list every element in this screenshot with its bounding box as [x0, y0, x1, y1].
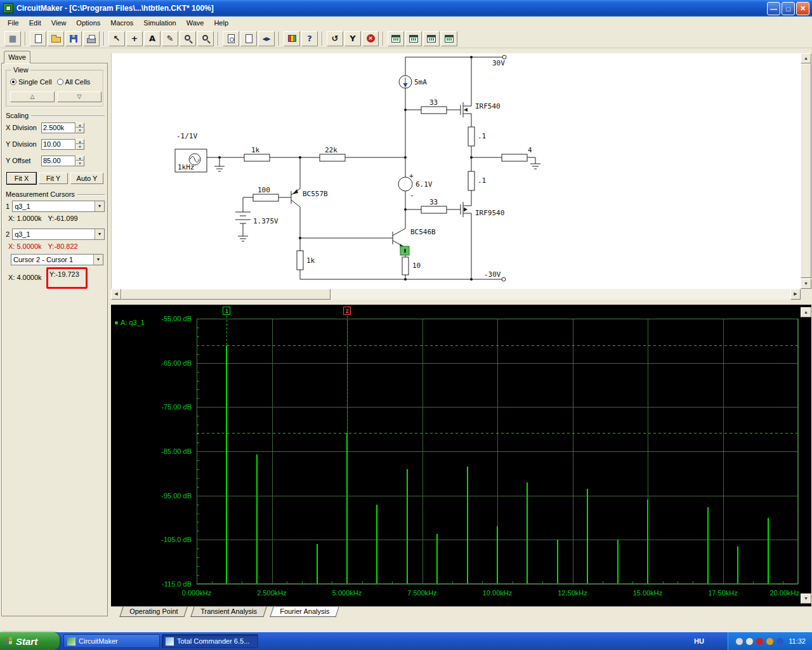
analysis-window-3-button[interactable]	[423, 31, 440, 46]
open-file-button[interactable]	[48, 31, 64, 46]
plot-vscrollbar[interactable]: ▲ ▼	[801, 305, 811, 606]
component-current-source-5ma[interactable]: 5mA	[399, 76, 427, 88]
split-view-button[interactable]: ◂▸	[258, 31, 275, 46]
component-mosfet-irf540[interactable]: IRF540	[461, 102, 501, 117]
spin-down-icon[interactable]: ▼	[75, 144, 84, 150]
cursor-2-marker[interactable]: 2	[343, 307, 351, 315]
chevron-down-icon[interactable]: ▼	[95, 229, 104, 239]
component-resistor-gate-top-33[interactable]: 33	[421, 98, 447, 114]
scroll-up-icon[interactable]: ▲	[801, 307, 811, 317]
menu-view[interactable]: View	[46, 18, 72, 28]
chevron-down-icon[interactable]: ▼	[95, 201, 104, 211]
minimize-button[interactable]: —	[767, 2, 780, 15]
component-resistor-source-bottom[interactable]: .1	[468, 171, 486, 190]
scroll-up-icon[interactable]: ▲	[801, 53, 811, 63]
language-indicator[interactable]: HU	[694, 632, 704, 650]
menu-help[interactable]: Help	[209, 18, 233, 28]
schematic-canvas[interactable]: -1/1V 1kHz 1k 22k 100 1.375V BC557B 1k 5…	[112, 53, 801, 289]
component-voltage-source-6v1[interactable]: + - 6.1V	[398, 172, 433, 199]
component-resistor-collector-1k[interactable]: 1k	[297, 251, 315, 270]
y-division-input[interactable]	[41, 139, 75, 150]
chevron-down-icon[interactable]: ▼	[93, 255, 103, 265]
y-offset-input[interactable]	[41, 156, 75, 166]
tray-messenger-icon[interactable]	[776, 638, 783, 645]
save-file-button[interactable]	[65, 31, 82, 46]
task-total-commander-6-5-[interactable]: Total Commander 6.5...	[162, 634, 258, 648]
menu-options[interactable]: Options	[71, 18, 105, 28]
schematic-pane[interactable]: -1/1V 1kHz 1k 22k 100 1.375V BC557B 1k 5…	[111, 53, 801, 289]
tab-operating-point[interactable]: Operating Point	[119, 607, 188, 617]
tray-antivirus-icon[interactable]	[756, 638, 763, 645]
component-transistor-bc557b[interactable]: BC557B	[291, 189, 328, 207]
select-tool-button[interactable]: ↖	[108, 31, 125, 46]
schematic-vscrollbar[interactable]: ▲ ▼	[801, 53, 811, 289]
scroll-left-icon[interactable]: ◀	[111, 289, 121, 300]
tab-fourier-analysis[interactable]: Fourier Analysis	[270, 607, 339, 617]
spin-up-icon[interactable]: ▲	[75, 123, 84, 128]
menu-macros[interactable]: Macros	[105, 18, 138, 28]
print-button[interactable]	[83, 31, 100, 46]
fit-y-button[interactable]: Fit Y	[39, 173, 68, 184]
tray-volume-icon[interactable]	[746, 638, 753, 645]
place-part-tool-button[interactable]: +	[126, 31, 143, 46]
component-resistor-100[interactable]: 100	[253, 186, 278, 201]
menu-file[interactable]: File	[3, 18, 24, 28]
menu-edit[interactable]: Edit	[24, 18, 46, 28]
spin-down-icon[interactable]: ▼	[75, 128, 84, 133]
run-analyses-button[interactable]	[284, 31, 300, 46]
menu-wave[interactable]: Wave	[181, 18, 209, 28]
cursor-1-marker[interactable]: 1	[223, 307, 230, 315]
component-resistor-22k[interactable]: 22k	[320, 146, 345, 161]
analysis-window-2-button[interactable]	[405, 31, 422, 46]
all-cells-radio[interactable]	[57, 79, 63, 85]
single-cell-radio[interactable]	[10, 79, 16, 85]
component-resistor-load-4[interactable]: 4	[502, 146, 532, 161]
cursor-2-signal-select[interactable]: q3_1▼	[12, 229, 105, 240]
text-tool-button[interactable]: A	[144, 31, 160, 46]
restore-button[interactable]: □	[782, 2, 795, 15]
auto-y-button[interactable]: Auto Y	[70, 173, 103, 184]
close-button[interactable]: ✕	[796, 2, 809, 15]
scroll-down-icon[interactable]: ▼	[801, 279, 811, 289]
fit-x-button[interactable]: Fit X	[7, 173, 36, 184]
probe-tool-button[interactable]: Y	[344, 31, 361, 46]
tray-network-icon[interactable]	[736, 638, 743, 645]
schematic-hscrollbar[interactable]: ◀ ▶	[111, 289, 801, 300]
x-division-input[interactable]	[41, 123, 75, 133]
cursor-diff-select[interactable]: Cursor 2 - Cursor 1 ▼	[11, 254, 103, 265]
cell-up-button[interactable]: △	[10, 91, 55, 102]
scroll-thumb[interactable]	[801, 63, 811, 278]
reset-simulation-button[interactable]: ↺	[327, 31, 343, 46]
spin-down-icon[interactable]: ▼	[75, 161, 84, 166]
component-transistor-bc546b[interactable]: BC546B	[393, 228, 436, 248]
fourier-plot[interactable]: A: q3_1 -55.00 dB-65.00 dB-75.00 dB-85.0…	[111, 305, 801, 606]
selection-highlight[interactable]	[400, 246, 409, 255]
zoom-in-tool-button[interactable]	[180, 31, 196, 46]
sheet-view-button[interactable]	[240, 31, 257, 46]
component-resistor-emitter-10[interactable]: 10	[402, 257, 421, 275]
zoom-out-tool-button[interactable]	[197, 31, 214, 46]
start-button[interactable]: Start	[0, 632, 60, 650]
stop-simulation-button[interactable]	[362, 31, 379, 46]
component-mosfet-irf9540[interactable]: IRF9540	[461, 202, 504, 217]
spin-up-icon[interactable]: ▲	[75, 139, 84, 145]
new-file-button[interactable]	[30, 31, 46, 46]
tab-transient-analysis[interactable]: Transient Analysis	[191, 607, 267, 617]
cursor-1-signal-select[interactable]: q3_1▼	[12, 201, 105, 212]
component-resistor-input-1k[interactable]: 1k	[244, 146, 270, 161]
tray-scheduler-icon[interactable]	[766, 638, 773, 645]
analysis-window-4-button[interactable]	[441, 31, 457, 46]
cell-down-button[interactable]: ▽	[57, 91, 102, 102]
spin-up-icon[interactable]: ▲	[75, 156, 84, 161]
component-resistor-source-top[interactable]: .1	[468, 127, 486, 146]
scroll-right-icon[interactable]: ▶	[790, 289, 801, 300]
help-button[interactable]: ?	[301, 31, 318, 46]
scroll-thumb[interactable]	[121, 289, 331, 300]
draw-tool-button[interactable]: ✎	[162, 31, 178, 46]
component-signal-source[interactable]: -1/1V 1kHz	[175, 132, 207, 172]
tab-wave[interactable]: Wave	[4, 51, 30, 63]
menu-simulation[interactable]: Simulation	[138, 18, 181, 28]
scroll-down-icon[interactable]: ▼	[801, 594, 811, 604]
task-circuitmaker[interactable]: CircuitMaker	[63, 634, 160, 648]
find-part-button[interactable]	[223, 31, 239, 46]
